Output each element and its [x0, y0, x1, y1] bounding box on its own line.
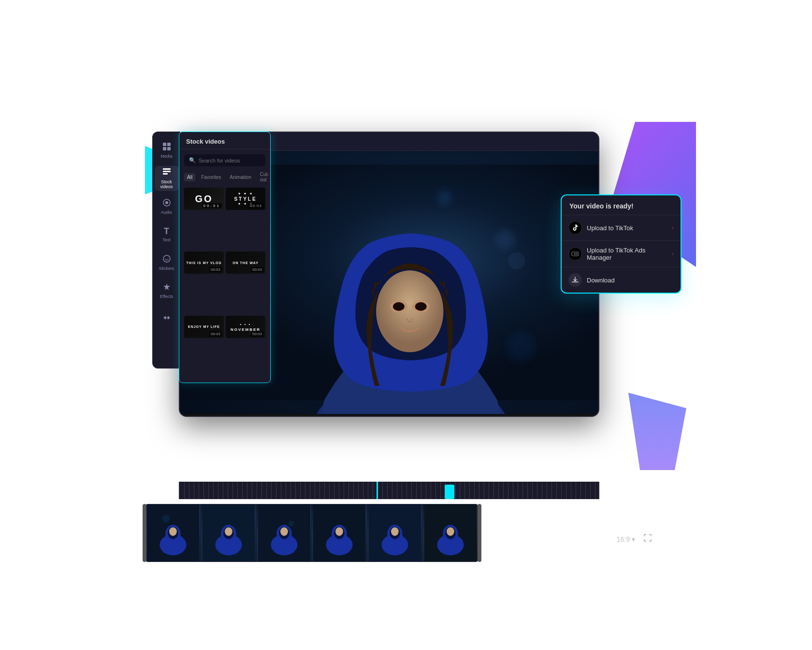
- sidebar-item-stock[interactable]: Stock videos: [155, 166, 179, 191]
- filmstrip-figure-3: [257, 504, 312, 561]
- upload-tiktok-label: Upload to TikTok: [587, 224, 667, 232]
- scene-container: Player: [116, 83, 696, 567]
- fullscreen-button[interactable]: [643, 533, 652, 545]
- svg-rect-16: [163, 173, 168, 175]
- bokeh-3: [495, 230, 515, 249]
- stock-thumb-vlog[interactable]: THIS IS MY VLOG 00:03: [184, 251, 224, 274]
- search-input[interactable]: [199, 158, 261, 163]
- filmstrip-frame-1: [145, 504, 201, 561]
- stickers-icon: [162, 254, 171, 265]
- sidebar-item-effects[interactable]: Effects: [155, 278, 179, 303]
- svg-rect-12: [163, 147, 166, 150]
- thumb-enjoy-duration: 00:03: [209, 331, 222, 337]
- sidebar-item-media[interactable]: Media: [155, 138, 179, 163]
- filmstrip-handle-left[interactable]: [143, 504, 146, 562]
- audio-icon: [162, 198, 171, 209]
- filmstrip-figure-1: [145, 504, 201, 561]
- thumb-vlog-duration: 00:03: [209, 267, 222, 272]
- filmstrip-figure-2: [201, 504, 256, 561]
- filmstrip-frame-4: [312, 504, 367, 561]
- timeline-ticks: [180, 482, 598, 499]
- stock-search[interactable]: 🔍: [184, 154, 265, 166]
- filmstrip-figure-6: [423, 504, 478, 561]
- filter-favorites[interactable]: Favorites: [198, 173, 224, 181]
- thumb-day-duration: 00:03: [251, 267, 263, 272]
- filter-cutout[interactable]: Cut-out: [257, 170, 271, 184]
- svg-point-52: [447, 527, 454, 536]
- filter-animation[interactable]: Animation: [227, 173, 254, 181]
- sidebar-item-text[interactable]: T Text: [155, 222, 179, 247]
- svg-point-22: [162, 515, 170, 523]
- bokeh-5: [437, 191, 452, 205]
- upload-tiktok-ads-button[interactable]: Upload to TikTok Ads Manager ›: [562, 241, 681, 267]
- svg-point-42: [336, 527, 344, 536]
- fullscreen-icon: [643, 533, 652, 543]
- stock-panel-header: Stock videos: [179, 132, 270, 149]
- tiktok-ads-arrow: ›: [672, 251, 674, 257]
- aspect-ratio-label: 16:9: [617, 535, 630, 543]
- download-icon: [568, 273, 582, 287]
- tiktok-arrow: ›: [672, 224, 674, 231]
- svg-rect-10: [163, 143, 166, 146]
- stock-thumb-go[interactable]: GO 00:01: [184, 188, 224, 210]
- stock-thumb-enjoy[interactable]: ENJOY MY LIFE 00:03: [184, 316, 224, 338]
- stickers-label: Stickers: [159, 266, 174, 271]
- text-label: Text: [162, 238, 171, 243]
- bg-purple-bottom: [628, 393, 686, 470]
- media-label: Media: [160, 154, 173, 159]
- stock-thumb-november[interactable]: • • • NOVEMBER 00:03: [226, 316, 265, 338]
- svg-point-3: [508, 252, 525, 269]
- upload-tiktok-ads-label: Upload to TikTok Ads Manager: [587, 247, 667, 261]
- filmstrip-frame-5: [367, 504, 423, 561]
- svg-point-5: [376, 270, 443, 352]
- download-button[interactable]: Download: [562, 267, 681, 293]
- aspect-ratio-button[interactable]: 16:9 ▾: [617, 535, 635, 543]
- filmstrip: [145, 504, 478, 562]
- transitions-icon: [162, 313, 171, 324]
- filmstrip-frame-2: [201, 504, 257, 561]
- filmstrip-handle-right[interactable]: [478, 504, 481, 562]
- svg-point-26: [169, 527, 177, 536]
- svg-point-33: [288, 520, 294, 526]
- stock-icon: [162, 168, 171, 178]
- sidebar-item-transitions[interactable]: [155, 306, 179, 331]
- svg-point-37: [280, 527, 288, 536]
- tiktok-icon: [568, 221, 582, 235]
- aspect-ratio-chevron: ▾: [632, 535, 635, 543]
- effects-icon: [162, 282, 171, 293]
- effects-label: Effects: [160, 295, 173, 299]
- thumb-november-duration: 00:03: [251, 331, 263, 337]
- stock-grid: GO 00:01 ✦ ✦ ✦ STYLE ✦ ✦ ✦ 00:03 THIS IS…: [179, 188, 270, 383]
- tiktok-logo: [571, 224, 579, 232]
- thumb-go-duration: 00:01: [202, 203, 222, 208]
- stock-label: Stock videos: [160, 180, 173, 190]
- bokeh-4: [507, 332, 536, 361]
- timeline-playhead: [377, 482, 378, 499]
- sidebar-item-stickers[interactable]: Stickers: [155, 250, 179, 275]
- svg-point-9: [415, 302, 427, 311]
- tiktok-ads-icon: [568, 247, 582, 261]
- svg-point-18: [165, 201, 168, 204]
- filmstrip-frame-6: [423, 504, 478, 561]
- stock-thumb-day[interactable]: ON THE WAY 00:03: [226, 251, 265, 274]
- filmstrip-figure-4: [312, 504, 367, 561]
- sidebar-item-audio[interactable]: Audio: [155, 194, 179, 219]
- ready-header: Your video is ready!: [562, 195, 681, 215]
- aspect-control: 16:9 ▾: [617, 533, 652, 545]
- media-icon: [162, 142, 171, 153]
- svg-rect-14: [163, 168, 171, 170]
- sidebar: Media Stock videos Audio T: [152, 132, 180, 369]
- text-icon: T: [164, 226, 169, 236]
- svg-point-8: [393, 302, 405, 311]
- stock-thumb-style[interactable]: ✦ ✦ ✦ STYLE ✦ ✦ ✦ 00:03: [226, 188, 265, 210]
- svg-rect-13: [167, 147, 171, 150]
- download-label: Download: [587, 277, 674, 284]
- filmstrip-figure-5: [367, 504, 422, 561]
- svg-rect-15: [163, 171, 171, 172]
- filter-all[interactable]: All: [184, 173, 195, 181]
- timeline-bar[interactable]: [179, 482, 599, 499]
- filter-tabs: All Favorites Animation Cut-out ▾: [179, 170, 270, 188]
- upload-tiktok-button[interactable]: Upload to TikTok ›: [562, 215, 681, 241]
- tiktok-ads-logo: [571, 250, 579, 258]
- download-icon-svg: [571, 276, 579, 284]
